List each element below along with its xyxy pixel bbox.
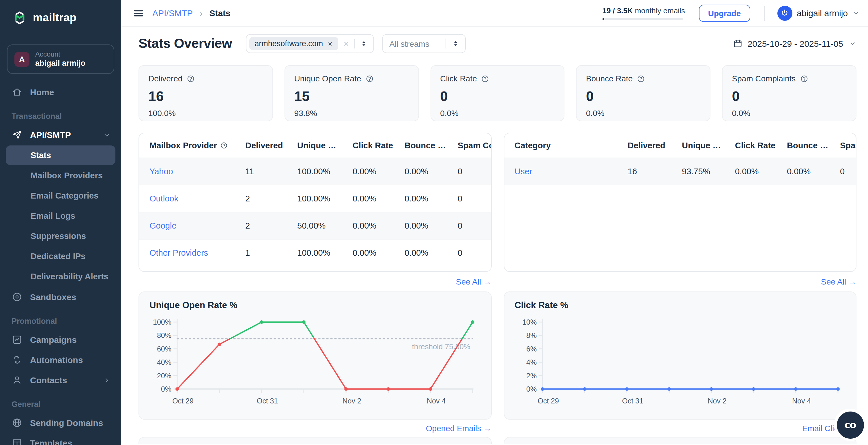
user-name: abigail armijo (797, 8, 848, 18)
mailtrap-logo[interactable]: mailtrap (0, 0, 121, 26)
sidebar-subitem-mailbox-providers[interactable]: Mailbox Providers (6, 166, 116, 185)
user-menu[interactable]: abigail armijo (777, 5, 860, 21)
table-cell: 16 (617, 158, 672, 185)
stat-card-unique-open-rate: Unique Open Rate 15 93.8% (284, 65, 419, 121)
stream-select[interactable]: All streams (382, 34, 465, 53)
stat-card-percent: 0.0% (586, 108, 701, 118)
mailtrap-logo-icon (11, 10, 28, 26)
account-label: Account (35, 50, 85, 58)
breadcrumb-parent-link[interactable]: API/SMTP (152, 8, 193, 18)
logo-wordmark: mailtrap (33, 11, 76, 24)
svg-text:0%: 0% (526, 385, 536, 393)
table-cell: 0.00% (777, 158, 830, 185)
sidebar-item-templates[interactable]: Templates (0, 433, 121, 445)
providers-see-all-link[interactable]: See All → (456, 277, 491, 286)
svg-text:Nov 2: Nov 2 (707, 397, 726, 405)
table-cell: 0.00% (342, 185, 394, 212)
select-divider (445, 39, 446, 48)
topbar: API/SMTP › Stats 19 / 3.5K monthly email… (121, 0, 868, 27)
calendar-icon (733, 39, 743, 49)
column-header: Category (504, 133, 617, 158)
svg-text:Nov 4: Nov 4 (427, 397, 445, 405)
stat-card-value: 15 (294, 88, 409, 104)
stat-card-value: 0 (732, 88, 847, 104)
opened-emails-link[interactable]: Opened Emails → (426, 424, 491, 433)
sidebar-subitem-dedicated-ips[interactable]: Dedicated IPs (6, 247, 116, 266)
table-row-link[interactable]: Google (150, 221, 177, 230)
table-row-link[interactable]: Outlook (150, 194, 178, 203)
table-row-link[interactable]: Other Providers (150, 248, 208, 257)
home-icon (11, 87, 23, 98)
click-rate-chart: 0%2%4%6%8%10%Oct 29Oct 31Nov 2Nov 4 (514, 313, 845, 412)
usage-count: 19 / 3.5K (602, 6, 633, 15)
categories-table: CategoryDeliveredUnique …Click RateBounc… (504, 133, 856, 185)
account-switcher[interactable]: A Account abigail armijo (7, 44, 114, 74)
sidebar-item-sending-domains[interactable]: Sending Domains (0, 413, 121, 433)
charts-row: Unique Open Rate % 0%20%40%60%80%100%Oct… (138, 291, 857, 420)
sidebar-item-contacts[interactable]: Contacts (0, 370, 121, 390)
power-icon (780, 9, 789, 17)
sidebar-subitem-stats[interactable]: Stats (6, 146, 116, 165)
globe-icon (11, 417, 23, 428)
svg-text:Oct 31: Oct 31 (622, 397, 643, 405)
sidebar-item-home[interactable]: Home (0, 82, 121, 102)
sidebar-item-sandboxes[interactable]: Sandboxes (0, 287, 121, 307)
column-header: Unique … (672, 133, 724, 158)
svg-text:Oct 29: Oct 29 (537, 397, 559, 405)
column-header: Click Rate (724, 133, 777, 158)
sidebar-item-campaigns[interactable]: Campaigns (0, 329, 121, 350)
sidebar-item-label: Automations (30, 355, 83, 365)
domain-filter[interactable]: armhesoftware.com (246, 34, 374, 53)
chat-widget-button[interactable]: co (834, 409, 866, 441)
table-cell: 0 (447, 158, 491, 185)
table-cell: 0.00% (394, 185, 447, 212)
stat-card-label: Click Rate (440, 74, 555, 83)
table-cell: 0 (447, 185, 491, 212)
hamburger-menu-icon[interactable] (133, 7, 144, 19)
stat-card-label: Unique Open Rate (294, 74, 409, 83)
svg-text:100%: 100% (153, 318, 172, 326)
sidebar-item-label: Sandboxes (30, 292, 76, 302)
table-row-link[interactable]: User (515, 167, 532, 176)
table-cell: 11 (235, 158, 287, 185)
categories-see-all-link[interactable]: See All → (821, 277, 857, 286)
svg-text:Nov 4: Nov 4 (792, 397, 811, 405)
sidebar-section-promotional: Promotional (0, 307, 121, 329)
table-row-link[interactable]: Yahoo (150, 167, 173, 176)
breadcrumb-current: Stats (209, 8, 230, 18)
column-header: Bounce … (394, 133, 447, 158)
table-cell: 0.00% (724, 158, 777, 185)
sidebar-item-automations[interactable]: Automations (0, 350, 121, 370)
send-icon (11, 129, 23, 140)
sidebar-subitem-email-categories[interactable]: Email Categories (6, 186, 116, 205)
stat-card-value: 0 (440, 88, 555, 104)
clear-filter-icon[interactable] (343, 40, 349, 47)
remove-tag-icon[interactable] (327, 41, 333, 46)
sidebar-subitem-suppressions[interactable]: Suppressions (6, 226, 116, 246)
sidebar-section-transactional: Transactional (0, 102, 121, 125)
stat-card-percent: 100.0% (148, 108, 263, 118)
main-area: API/SMTP › Stats 19 / 3.5K monthly email… (121, 0, 868, 445)
stat-card-delivered: Delivered 16 100.0% (138, 65, 273, 121)
upgrade-button[interactable]: Upgrade (699, 4, 750, 22)
stat-card-click-rate: Click Rate 0 0.0% (430, 65, 565, 121)
svg-text:6%: 6% (526, 345, 536, 353)
svg-text:2%: 2% (526, 372, 536, 380)
svg-text:4%: 4% (526, 358, 536, 366)
chevron-down-icon (849, 40, 857, 47)
question-circle-icon (220, 141, 228, 150)
column-header: Spam Co… (830, 133, 856, 158)
table-cell: 50.00% (287, 212, 342, 239)
date-range-picker[interactable]: 2025-10-29 - 2025-11-05 (733, 39, 857, 49)
table-cell: 0 (447, 239, 491, 266)
sidebar-subitem-deliverability-alerts[interactable]: Deliverability Alerts (6, 267, 116, 286)
sidebar-nav: Home Transactional API/SMTP StatsMailbox… (0, 82, 121, 445)
question-circle-icon (365, 74, 374, 83)
table-cell: 0.00% (342, 212, 394, 239)
account-name: abigail armijo (35, 58, 85, 68)
sidebar-item-api-smtp[interactable]: API/SMTP (0, 125, 121, 145)
svg-text:Oct 31: Oct 31 (257, 397, 278, 405)
table-cell: 0 (447, 212, 491, 239)
sidebar-subitem-email-logs[interactable]: Email Logs (6, 206, 116, 226)
domain-tag-label: armhesoftware.com (254, 39, 323, 48)
